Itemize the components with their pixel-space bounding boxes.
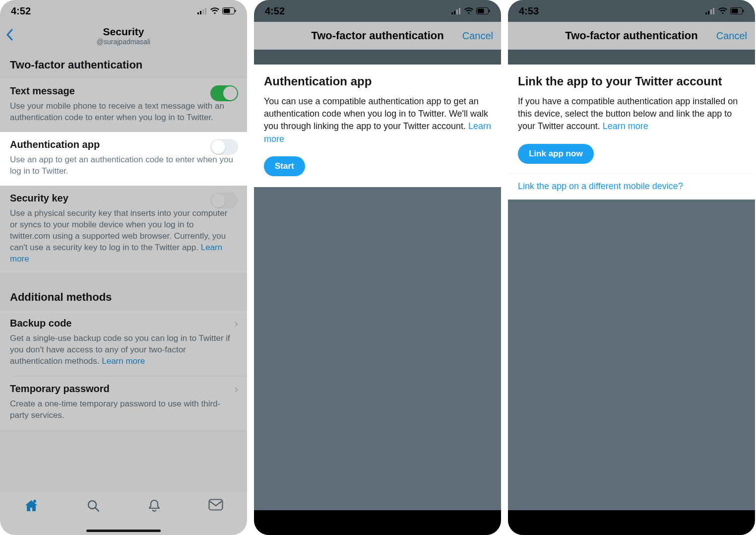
nav-bar: Two-factor authentication Cancel [254,22,501,50]
wifi-icon [210,7,219,14]
cell-security-key[interactable]: Security key Use a physical security key… [0,186,247,273]
tab-bar [0,491,247,535]
security-key-toggle[interactable] [210,193,238,208]
bell-icon [148,499,161,513]
svg-rect-6 [235,10,236,12]
learn-more-link[interactable]: Learn more [603,121,648,131]
status-bar: 4:53 [508,0,755,22]
sheet-heading: Link the app to your Twitter account [518,74,745,88]
chevron-left-icon [6,29,14,41]
svg-rect-5 [224,9,230,13]
svg-rect-12 [454,11,455,14]
svg-rect-16 [478,9,484,13]
battery-icon [476,7,490,14]
cellular-icon [705,7,715,14]
auth-app-sheet: Authentication app You can use a compati… [254,65,501,187]
tab-messages[interactable] [208,499,223,513]
link-different-device[interactable]: Link the app on a different mobile devic… [508,174,755,200]
chevron-right-icon: › [235,383,238,396]
svg-rect-3 [205,8,206,14]
svg-rect-18 [705,12,707,14]
svg-rect-0 [197,12,199,14]
cancel-button[interactable]: Cancel [462,30,493,42]
tab-notifications[interactable] [148,499,161,515]
svg-rect-21 [713,8,714,14]
nav-subtitle: @surajpadmasali [97,38,150,46]
sheet-heading: Authentication app [264,74,491,88]
svg-rect-10 [209,500,223,510]
wifi-icon [464,7,473,14]
status-indicators [705,7,744,14]
svg-line-9 [95,508,99,511]
nav-title-block: Two-factor authentication [565,29,697,42]
battery-icon [222,7,236,14]
bottom-black-bar [254,510,501,535]
svg-rect-20 [710,9,712,14]
cell-temp-password[interactable]: Temporary password › Create a one-time t… [0,376,247,430]
nav-bar: Two-factor authentication Cancel [508,22,755,50]
tab-search[interactable] [86,499,100,515]
link-app-now-button[interactable]: Link app now [518,144,594,164]
bottom-black-bar [508,510,755,535]
home-indicator[interactable] [0,530,247,532]
home-icon [24,499,39,513]
svg-rect-23 [732,9,738,13]
start-button[interactable]: Start [264,156,305,176]
status-indicators [197,7,236,14]
nav-title: Two-factor authentication [311,29,443,42]
status-bar: 4:52 [254,0,501,22]
cellular-icon [451,7,461,14]
security-key-label: Security key [10,193,237,204]
nav-bar: Security @surajpadmasali [0,22,247,50]
phone-auth-app-start: 4:52 Two-factor authentication Cancel Au… [254,0,501,535]
status-time: 4:52 [11,5,31,17]
svg-rect-17 [489,10,490,12]
svg-rect-11 [451,12,453,14]
nav-title: Security [97,26,150,38]
sheet-container: Authentication app You can use a compati… [254,65,501,187]
wifi-icon [718,7,727,14]
cancel-button[interactable]: Cancel [716,30,747,42]
sheet-container: Link the app to your Twitter account If … [508,65,755,200]
phone-link-app: 4:53 Two-factor authentication Cancel Li… [508,0,755,535]
text-message-desc: Use your mobile phone to receive a text … [10,101,237,124]
status-time: 4:53 [519,5,539,17]
security-key-desc: Use a physical security key that inserts… [10,208,237,265]
cellular-icon [197,7,207,14]
auth-app-label: Authentication app [10,139,237,150]
text-message-label: Text message [10,85,237,97]
cell-authentication-app[interactable]: Authentication app Use an app to get an … [0,132,247,186]
nav-title-block: Two-factor authentication [311,29,443,42]
svg-rect-2 [202,9,204,14]
status-bar: 4:52 [0,0,247,22]
back-button[interactable] [6,29,14,43]
status-indicators [451,7,490,14]
svg-rect-24 [743,10,744,12]
backup-code-learn-more[interactable]: Learn more [102,356,145,366]
search-icon [86,499,100,513]
content-scroll[interactable]: Two-factor authentication Text message U… [0,50,247,491]
cell-text-message[interactable]: Text message Use your mobile phone to re… [0,78,247,132]
chevron-right-icon: › [235,318,238,331]
envelope-icon [208,499,223,511]
auth-app-desc: Use an app to get an authentication code… [10,154,237,177]
text-message-toggle[interactable] [210,85,238,101]
status-time: 4:52 [265,5,285,17]
backup-code-label: Backup code [10,318,237,329]
backup-code-desc: Get a single-use backup code so you can … [10,333,237,367]
cell-backup-code[interactable]: Backup code › Get a single-use backup co… [0,311,247,376]
temp-password-label: Temporary password [10,383,237,395]
svg-rect-14 [459,8,460,14]
svg-rect-19 [708,11,709,14]
auth-app-toggle[interactable] [210,139,238,155]
section-two-factor: Two-factor authentication [0,50,247,78]
section-additional: Additional methods [0,282,247,311]
svg-point-7 [33,500,36,503]
nav-title-block: Security @surajpadmasali [97,26,150,46]
sheet-body: You can use a compatible authentication … [264,95,491,145]
battery-icon [730,7,744,14]
svg-rect-13 [456,9,458,14]
tab-home[interactable] [24,499,39,515]
svg-rect-1 [200,11,201,14]
temp-password-desc: Create a one-time temporary password to … [10,399,237,421]
